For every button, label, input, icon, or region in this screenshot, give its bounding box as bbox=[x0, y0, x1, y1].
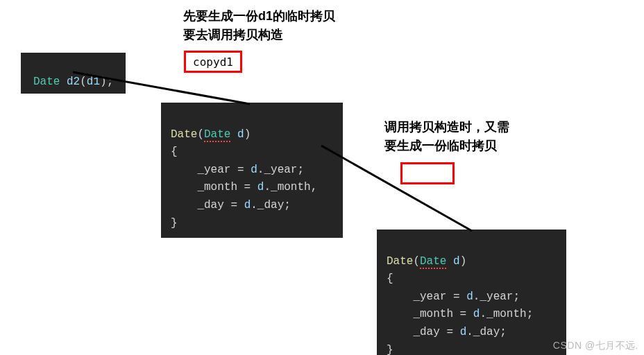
code-type: Date bbox=[33, 76, 60, 88]
watermark: CSDN @七月不远. bbox=[553, 340, 638, 352]
svg-line-1 bbox=[321, 146, 472, 231]
redbox-copyd1: copyd1 bbox=[184, 51, 242, 73]
redbox-copyd1-label: copyd1 bbox=[193, 55, 233, 69]
code-arg: d1 bbox=[87, 76, 100, 88]
annotation-mid: 调用拷贝构造时，又需 要生成一份临时拷贝 bbox=[384, 118, 509, 155]
annotation-top-line2: 要去调用拷贝构造 bbox=[183, 28, 283, 42]
annotation-mid-line2: 要生成一份临时拷贝 bbox=[384, 139, 497, 153]
annotation-mid-line1: 调用拷贝构造时，又需 bbox=[384, 120, 509, 134]
code-var: d2 bbox=[67, 76, 80, 88]
code-box-call: Date d2(d1); bbox=[21, 53, 126, 94]
annotation-top: 先要生成一份d1的临时拷贝 要去调用拷贝构造 bbox=[183, 7, 335, 44]
annotation-top-line1: 先要生成一份d1的临时拷贝 bbox=[183, 9, 335, 23]
code-box-ctor-2: Date(Date d) { _year = d._year; _month =… bbox=[377, 230, 566, 355]
redbox-empty bbox=[400, 162, 455, 184]
code-box-ctor-1: Date(Date d) { _year = d._year; _month =… bbox=[161, 103, 343, 238]
